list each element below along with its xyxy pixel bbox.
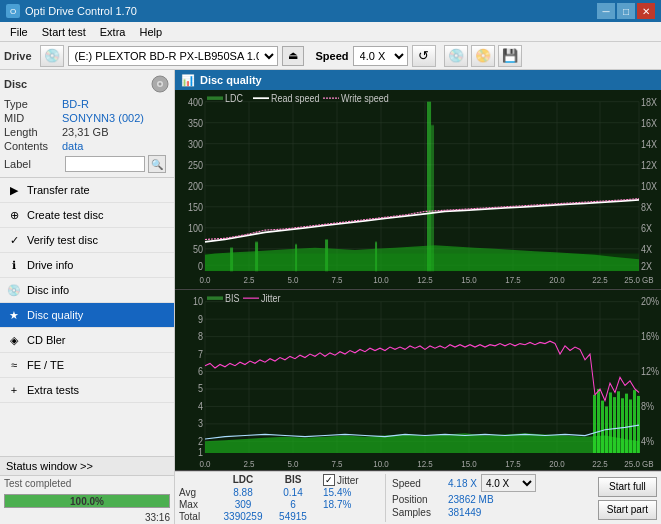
speed-select[interactable]: 4.0 X (353, 46, 408, 66)
avg-label: Avg (179, 487, 215, 498)
sidebar-item-create-test-disc[interactable]: ⊕ Create test disc (0, 203, 174, 228)
avg-jitter: 15.4% (323, 487, 351, 498)
start-full-button[interactable]: Start full (598, 477, 657, 497)
minimize-button[interactable]: ─ (597, 3, 615, 19)
sidebar-item-transfer-rate[interactable]: ▶ Transfer rate (0, 178, 174, 203)
total-ldc: 3390259 (215, 511, 271, 522)
disc-icon (150, 74, 170, 94)
svg-text:2.5: 2.5 (243, 274, 254, 285)
menu-bar: File Start test Extra Help (0, 22, 661, 42)
disc-write-icon[interactable]: 💿 (444, 45, 468, 67)
speed-select-stats[interactable]: 4.0 X (481, 474, 536, 492)
svg-text:15.0: 15.0 (461, 458, 477, 469)
menu-file[interactable]: File (4, 24, 34, 40)
fe-te-icon: ≈ (6, 357, 22, 373)
svg-text:16%: 16% (641, 330, 659, 342)
chart1-container: 400 350 300 250 200 150 100 50 0 18X 16X (175, 90, 661, 290)
svg-text:8: 8 (198, 330, 203, 342)
sidebar: Disc Type BD-R MID SONYNN3 (002) Length … (0, 70, 175, 524)
svg-text:Read speed: Read speed (271, 92, 319, 104)
extra-tests-icon: + (6, 382, 22, 398)
jitter-header: Jitter (337, 475, 359, 486)
svg-text:BIS: BIS (225, 292, 240, 304)
maximize-button[interactable]: □ (617, 3, 635, 19)
menu-help[interactable]: Help (133, 24, 168, 40)
svg-text:400: 400 (188, 97, 204, 109)
speed-label: Speed (316, 50, 349, 62)
svg-text:16X: 16X (641, 118, 657, 130)
svg-text:50: 50 (193, 244, 204, 256)
sidebar-item-disc-quality[interactable]: ★ Disc quality (0, 303, 174, 328)
disc-read-icon[interactable]: 📀 (471, 45, 495, 67)
svg-text:100: 100 (188, 223, 204, 235)
svg-text:10X: 10X (641, 181, 657, 193)
label-input[interactable] (65, 156, 145, 172)
svg-text:0.0: 0.0 (199, 458, 210, 469)
svg-text:300: 300 (188, 139, 204, 151)
label-label: Label (4, 158, 62, 170)
nav-label-drive-info: Drive info (27, 259, 73, 271)
sidebar-item-fe-te[interactable]: ≈ FE / TE (0, 353, 174, 378)
contents-value: data (62, 140, 83, 152)
svg-text:150: 150 (188, 202, 204, 214)
quality-header: 📊 Disc quality (175, 70, 661, 90)
svg-text:8%: 8% (641, 400, 654, 412)
app-icon: O (6, 4, 20, 18)
sidebar-item-extra-tests[interactable]: + Extra tests (0, 378, 174, 403)
status-elapsed-placeholder (0, 517, 8, 519)
status-time: 33:16 (141, 511, 174, 524)
length-label: Length (4, 126, 62, 138)
title-bar: O Opti Drive Control 1.70 ─ □ ✕ (0, 0, 661, 22)
type-value: BD-R (62, 98, 89, 110)
sidebar-item-drive-info[interactable]: ℹ Drive info (0, 253, 174, 278)
save-icon[interactable]: 💾 (498, 45, 522, 67)
svg-text:1: 1 (198, 446, 203, 458)
status-window-button[interactable]: Status window >> (0, 457, 174, 476)
max-jitter: 18.7% (323, 499, 351, 510)
status-window-label: Status window >> (6, 460, 93, 472)
svg-rect-95 (613, 397, 616, 453)
right-panel: 📊 Disc quality (175, 70, 661, 524)
jitter-checkbox[interactable]: ✓ (323, 474, 335, 486)
svg-rect-90 (593, 394, 596, 452)
label-icon-button[interactable]: 🔍 (148, 155, 166, 173)
position-label: Position (392, 494, 444, 505)
svg-rect-96 (617, 391, 620, 453)
position-value: 23862 MB (448, 494, 494, 505)
nav-label-fe-te: FE / TE (27, 359, 64, 371)
progress-text: 100.0% (5, 495, 169, 507)
menu-start-test[interactable]: Start test (36, 24, 92, 40)
drive-select[interactable]: (E:) PLEXTOR BD-R PX-LB950SA 1.06 (68, 46, 278, 66)
total-label: Total (179, 511, 215, 522)
ldc-header: LDC (215, 474, 271, 486)
avg-ldc: 8.88 (215, 487, 271, 498)
sidebar-item-cd-bler[interactable]: ◈ CD Bler (0, 328, 174, 353)
close-button[interactable]: ✕ (637, 3, 655, 19)
chart2-container: 10 9 8 7 6 5 4 3 2 1 20% 16% (175, 290, 661, 471)
svg-text:17.5: 17.5 (505, 458, 521, 469)
status-text: Test completed (0, 476, 174, 491)
samples-value: 381449 (448, 507, 481, 518)
start-part-button[interactable]: Start part (598, 500, 657, 520)
nav-menu: ▶ Transfer rate ⊕ Create test disc ✓ Ver… (0, 178, 174, 403)
refresh-icon[interactable]: ↺ (412, 45, 436, 67)
stats-bar: LDC BIS ✓ Jitter Avg 8.88 0.14 (175, 471, 661, 524)
svg-text:12X: 12X (641, 160, 657, 172)
max-ldc: 309 (215, 499, 271, 510)
sidebar-item-verify-test-disc[interactable]: ✓ Verify test disc (0, 228, 174, 253)
samples-label: Samples (392, 507, 444, 518)
sidebar-item-disc-info[interactable]: 💿 Disc info (0, 278, 174, 303)
mid-label: MID (4, 112, 62, 124)
drive-icon: 💿 (40, 45, 64, 67)
svg-rect-98 (625, 393, 628, 452)
svg-text:5.0: 5.0 (287, 274, 298, 285)
svg-text:4: 4 (198, 400, 204, 412)
svg-point-2 (159, 83, 162, 86)
svg-text:3: 3 (198, 417, 203, 429)
eject-button[interactable]: ⏏ (282, 46, 304, 66)
speed-stat-label: Speed (392, 478, 444, 489)
menu-extra[interactable]: Extra (94, 24, 132, 40)
svg-text:2: 2 (198, 435, 203, 447)
quality-icon: 📊 (181, 74, 195, 87)
drive-label: Drive (4, 50, 32, 62)
